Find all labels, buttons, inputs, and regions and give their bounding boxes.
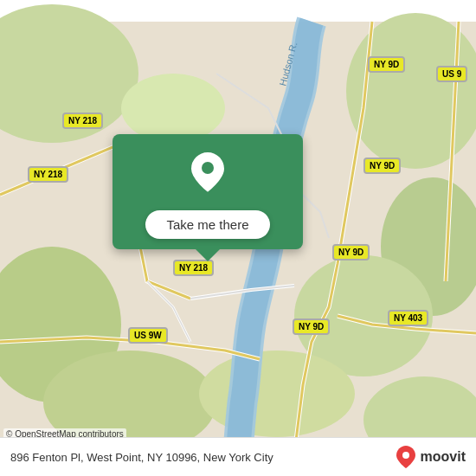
pin-icon-container	[189, 150, 227, 198]
road-label-us9w: US 9W	[128, 327, 168, 344]
moovit-pin-icon	[395, 445, 417, 469]
location-popup: Take me there	[113, 134, 303, 249]
road-label-ny9d-mid1: NY 9D	[363, 158, 401, 174]
address-label: 896 Fenton Pl, West Point, NY 10996, New…	[10, 451, 395, 464]
location-pin-icon	[189, 150, 227, 195]
road-label-ny9d-mid2: NY 9D	[332, 244, 370, 261]
svg-point-9	[199, 351, 355, 437]
take-me-there-button[interactable]: Take me there	[145, 210, 269, 239]
road-label-ny218-mid: NY 218	[173, 260, 214, 276]
svg-point-11	[202, 162, 214, 174]
svg-point-8	[121, 74, 225, 143]
road-label-ny403: NY 403	[388, 310, 428, 326]
moovit-brand-text: moovit	[421, 449, 466, 465]
bottom-info-bar: 896 Fenton Pl, West Point, NY 10996, New…	[0, 437, 476, 476]
moovit-logo: moovit	[395, 445, 466, 469]
road-label-ny9d-top: NY 9D	[368, 56, 405, 73]
road-label-ny9d-bot: NY 9D	[293, 318, 330, 335]
road-label-ny218-top: NY 218	[62, 113, 103, 129]
svg-point-12	[402, 452, 409, 459]
road-label-ny218-left: NY 218	[28, 166, 68, 183]
road-label-us9-top: US 9	[436, 66, 467, 82]
map-container: Hudson R. NY 218 NY 218 NY 218	[0, 0, 476, 476]
